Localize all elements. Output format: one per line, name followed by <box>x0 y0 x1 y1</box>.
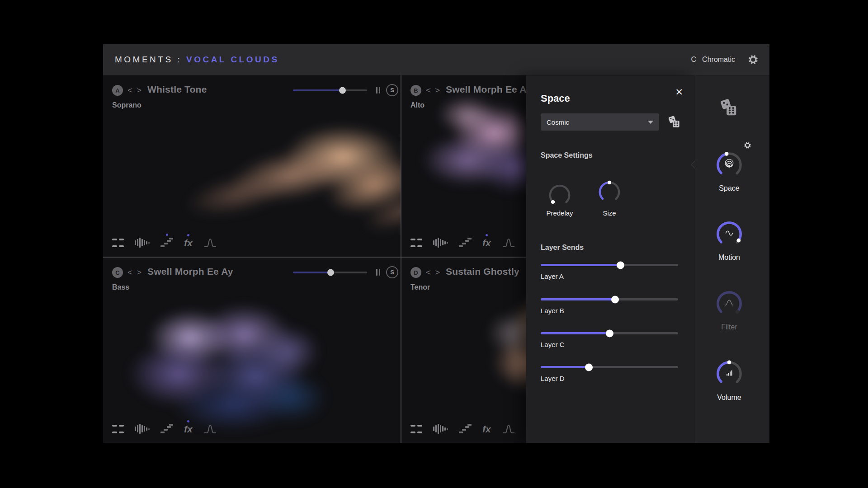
prev-preset-button[interactable]: < <box>127 267 132 277</box>
layers-grid-icon[interactable] <box>410 237 422 249</box>
fx-icon[interactable]: fx <box>184 238 193 248</box>
sidebar-item-filter[interactable]: Filter <box>695 323 763 331</box>
slider-thumb[interactable] <box>585 363 593 371</box>
size-knob[interactable] <box>598 180 621 204</box>
app-title-left: MOMENTS : <box>115 55 186 64</box>
divider-icon <box>376 87 380 94</box>
header-bar: MOMENTS : VOCAL CLOUDS C Chromatic <box>103 44 769 75</box>
space-panel-title: Space <box>541 93 570 104</box>
space-settings-heading: Space Settings <box>541 151 593 160</box>
slider-thumb[interactable] <box>339 87 346 94</box>
fx-icon[interactable]: fx <box>482 238 491 248</box>
size-label: Size <box>585 209 634 217</box>
root-key-label[interactable]: C <box>691 56 697 64</box>
app-title: MOMENTS : VOCAL CLOUDS <box>115 55 279 65</box>
steps-icon[interactable] <box>160 238 173 248</box>
steps-icon[interactable] <box>459 424 472 434</box>
slider-thumb[interactable] <box>611 296 619 303</box>
plugin-window: MOMENTS : VOCAL CLOUDS C Chromatic A < >… <box>103 44 769 443</box>
fx-icon[interactable]: fx <box>482 424 491 434</box>
layers-grid-icon[interactable] <box>112 237 124 249</box>
layer-badge: A <box>112 85 123 96</box>
mod-active-dot <box>187 420 189 422</box>
next-preset-button[interactable]: > <box>137 85 142 95</box>
space-section-knob[interactable] <box>715 151 743 179</box>
motion-section-knob[interactable] <box>715 220 743 248</box>
prev-preset-button[interactable]: < <box>127 85 132 95</box>
cloud-image-a <box>171 107 401 238</box>
layer-panel-a: A < > Whistle Tone S Soprano fx <box>103 75 401 257</box>
volume-bars-icon <box>722 365 737 382</box>
layer-badge: B <box>410 85 421 96</box>
steps-icon[interactable] <box>160 424 173 434</box>
space-preset-select[interactable]: Cosmic <box>541 113 659 131</box>
filter-section-knob[interactable] <box>715 290 743 318</box>
envelope-icon[interactable] <box>502 237 515 248</box>
fx-icon[interactable]: fx <box>184 424 193 434</box>
layers-grid-icon[interactable] <box>112 423 124 435</box>
voice-label: Alto <box>410 101 425 109</box>
mod-active-dot <box>166 234 168 236</box>
envelope-icon[interactable] <box>203 423 217 434</box>
preset-title[interactable]: Sustain Ghostly <box>446 266 519 277</box>
layer-volume-slider[interactable] <box>293 268 367 277</box>
sidebar-item-volume[interactable]: Volume <box>695 394 763 402</box>
layer-c-send-label: Layer C <box>541 341 678 348</box>
layers-grid-icon[interactable] <box>410 423 422 435</box>
solo-button[interactable]: S <box>386 84 398 96</box>
steps-icon[interactable] <box>459 238 472 248</box>
slider-thumb[interactable] <box>606 329 613 337</box>
close-icon[interactable]: ✕ <box>675 87 683 97</box>
space-ripple-icon <box>721 156 737 174</box>
layer-c-send-slider[interactable]: Layer C <box>541 332 678 348</box>
layer-badge: C <box>112 267 123 278</box>
sine-wave-icon <box>722 225 737 243</box>
space-preset-value: Cosmic <box>547 118 569 126</box>
next-preset-button[interactable]: > <box>137 267 142 277</box>
layer-a-send-label: Layer A <box>541 272 678 280</box>
layer-b-send-slider[interactable]: Layer B <box>541 298 678 314</box>
waveform-icon[interactable] <box>433 423 448 435</box>
slider-thumb[interactable] <box>617 261 624 269</box>
preset-title[interactable]: Whistle Tone <box>147 84 207 95</box>
envelope-icon[interactable] <box>203 237 217 248</box>
waveform-icon[interactable] <box>135 423 150 435</box>
envelope-icon[interactable] <box>502 423 515 434</box>
randomize-space-dice-icon[interactable] <box>667 115 682 130</box>
volume-section-knob[interactable] <box>715 360 743 388</box>
voice-label: Tenor <box>410 283 430 291</box>
preset-title[interactable]: Swell Morph Ee Ay <box>446 84 532 95</box>
waveform-icon[interactable] <box>433 237 448 249</box>
next-preset-button[interactable]: > <box>435 267 440 277</box>
sidebar-item-space[interactable]: Space <box>695 184 763 192</box>
predelay-knob[interactable] <box>548 183 571 207</box>
prev-preset-button[interactable]: < <box>426 85 431 95</box>
voice-label: Bass <box>112 283 129 291</box>
waveform-icon[interactable] <box>135 237 150 249</box>
layer-toolbar: fx <box>112 235 217 250</box>
space-edit-panel: ✕ Space Cosmic Space Settings Predelay S… <box>526 75 695 443</box>
layer-sends-heading: Layer Sends <box>541 244 584 252</box>
sidebar-item-motion[interactable]: Motion <box>695 253 763 262</box>
preset-title[interactable]: Swell Morph Ee Ay <box>147 266 233 277</box>
next-preset-button[interactable]: > <box>435 85 440 95</box>
layer-a-send-slider[interactable]: Layer A <box>541 264 678 280</box>
layer-toolbar: fx <box>410 235 515 250</box>
predelay-label: Predelay <box>535 209 584 217</box>
scale-label[interactable]: Chromatic <box>702 56 735 64</box>
layer-d-send-slider[interactable]: Layer D <box>541 366 678 382</box>
space-settings-gear-icon[interactable] <box>744 141 751 149</box>
layer-badge: D <box>410 267 421 278</box>
mod-active-dot <box>486 234 488 236</box>
slider-thumb[interactable] <box>327 269 334 276</box>
chevron-down-icon <box>648 121 653 124</box>
settings-gear-icon[interactable] <box>748 54 759 65</box>
randomize-dice-icon[interactable] <box>719 98 740 119</box>
prev-preset-button[interactable]: < <box>426 267 431 277</box>
layer-toolbar: fx <box>112 421 217 436</box>
layer-panel-c: C < > Swell Morph Ee Ay S Bass fx <box>103 258 401 443</box>
layer-toolbar: fx <box>410 421 515 436</box>
layer-volume-slider[interactable] <box>293 86 367 94</box>
solo-button[interactable]: S <box>386 266 398 278</box>
mod-active-dot <box>187 234 189 236</box>
